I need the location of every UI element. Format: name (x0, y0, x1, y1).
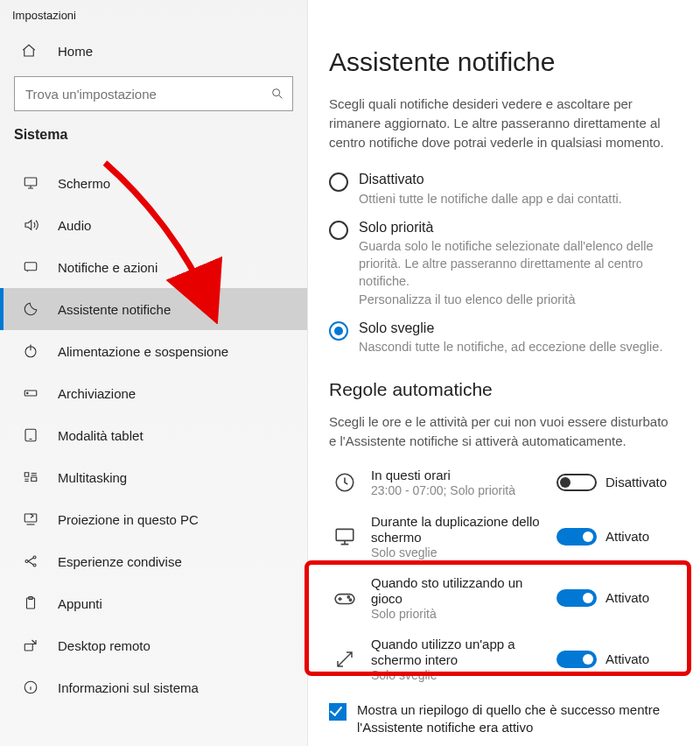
remote-desktop-icon (21, 637, 40, 653)
fullscreen-icon (329, 644, 360, 675)
sidebar-item-archiviazione[interactable]: Archiviazione (0, 372, 307, 414)
home-icon (21, 43, 40, 59)
radio-label: Solo priorità (359, 219, 676, 237)
toggle[interactable] (556, 474, 597, 491)
svg-point-9 (33, 556, 36, 559)
rules-heading: Regole automatiche (329, 379, 676, 400)
group-title: Sistema (0, 127, 307, 162)
window-title: Impostazioni (0, 9, 307, 29)
clock-icon (329, 467, 360, 498)
search-wrap (14, 76, 293, 111)
svg-rect-16 (336, 529, 354, 540)
sidebar-item-desktop-remoto[interactable]: Desktop remoto (0, 624, 307, 666)
power-icon (21, 343, 40, 359)
sidebar-item-proiezione[interactable]: Proiezione in questo PC (0, 498, 307, 540)
rules-list: In questi orari 23:00 - 07:00; Solo prio… (329, 467, 676, 682)
svg-point-10 (33, 564, 36, 567)
sidebar-item-esperienze[interactable]: Esperienze condivise (0, 540, 307, 582)
radio-label: Solo sveglie (359, 320, 676, 338)
sidebar-item-multitasking[interactable]: Multitasking (0, 456, 307, 498)
rules-intro: Scegli le ore e le attività per cui non … (329, 412, 676, 451)
sidebar-item-label: Proiezione in questo PC (58, 512, 199, 527)
radio-description: Guarda solo le notifiche selezionate dal… (359, 238, 676, 290)
gamepad-icon (329, 582, 360, 614)
customize-priority-link[interactable]: Personalizza il tuo elenco delle priorit… (359, 292, 676, 309)
main-pane: Assistente notifiche Scegli quali notifi… (308, 0, 700, 746)
radio-disattivato[interactable]: Disattivato Ottieni tutte le notifiche d… (329, 171, 676, 208)
radio-label: Disattivato (359, 171, 676, 189)
svg-point-19 (349, 599, 351, 601)
toggle-state: Attivato (606, 651, 676, 666)
nav-list: Schermo Audio Notifiche e azioni Assiste… (0, 162, 307, 708)
shared-experiences-icon (21, 553, 40, 569)
sidebar-item-label: Multitasking (58, 470, 127, 485)
tablet-icon (21, 427, 40, 443)
intro-text: Scegli quali notifiche desideri vedere e… (329, 95, 676, 151)
sidebar-item-label: Desktop remoto (58, 638, 150, 653)
home-button[interactable]: Home (0, 29, 307, 73)
rule-during-hours[interactable]: In questi orari 23:00 - 07:00; Solo prio… (329, 467, 676, 498)
sidebar-item-notifiche[interactable]: Notifiche e azioni (0, 246, 307, 288)
clipboard-icon (21, 595, 40, 611)
toggle-state: Disattivato (606, 475, 676, 489)
toggle-state: Attivato (606, 590, 676, 605)
radio-bullet (329, 321, 348, 341)
sidebar-item-label: Archiviazione (58, 386, 136, 401)
radio-solo-sveglie[interactable]: Solo sveglie Nascondi tutte le notifiche… (329, 320, 676, 356)
radio-bullet (329, 221, 348, 240)
search-input[interactable] (14, 76, 293, 111)
sidebar-item-label: Notifiche e azioni (58, 260, 158, 275)
display-icon (21, 175, 40, 191)
radio-bullet (329, 172, 348, 192)
sidebar-item-label: Modalità tablet (58, 428, 144, 443)
sidebar-item-schermo[interactable]: Schermo (0, 162, 307, 204)
sidebar-item-label: Esperienze condivise (58, 554, 182, 569)
toggle[interactable] (556, 651, 597, 668)
svg-rect-1 (24, 178, 37, 186)
radio-description: Ottieni tutte le notifiche dalle app e d… (359, 191, 676, 208)
page-title: Assistente notifiche (329, 47, 676, 77)
sidebar-item-assistente-notifiche[interactable]: Assistente notifiche (0, 288, 307, 330)
rule-subtitle: Solo priorità (371, 607, 551, 621)
toggle-state: Attivato (606, 529, 676, 544)
search-icon (270, 87, 284, 101)
sidebar-item-label: Schermo (58, 176, 110, 191)
rule-title: Quando sto utilizzando un gioco (371, 575, 551, 607)
sidebar-item-info[interactable]: Informazioni sul sistema (0, 666, 307, 708)
rule-playing-game[interactable]: Quando sto utilizzando un gioco Solo pri… (329, 575, 676, 621)
rule-fullscreen-app[interactable]: Quando utilizzo un'app a schermo intero … (329, 637, 676, 682)
rule-title: Quando utilizzo un'app a schermo intero (371, 637, 551, 668)
multitasking-icon (21, 469, 40, 485)
sidebar-item-appunti[interactable]: Appunti (0, 582, 307, 624)
rule-duplicating-display[interactable]: Durante la duplicazione dello schermo So… (329, 514, 676, 560)
sidebar-item-tablet[interactable]: Modalità tablet (0, 414, 307, 456)
rule-title: Durante la duplicazione dello schermo (371, 514, 551, 545)
focus-assist-icon (21, 301, 40, 317)
sidebar: Impostazioni Home Sistema Schermo Audio (0, 0, 308, 746)
notifications-icon (21, 259, 40, 275)
sidebar-item-label: Alimentazione e sospensione (58, 344, 228, 359)
sidebar-item-alimentazione[interactable]: Alimentazione e sospensione (0, 330, 307, 372)
mode-radio-group: Disattivato Ottieni tutte le notifiche d… (329, 171, 676, 356)
toggle[interactable] (556, 589, 597, 607)
sidebar-item-label: Audio (58, 218, 91, 233)
about-icon (21, 679, 40, 695)
svg-point-0 (273, 89, 280, 96)
summary-checkbox-row[interactable]: Mostra un riepilogo di quello che è succ… (329, 701, 676, 737)
rule-title: In questi orari (371, 468, 551, 483)
svg-point-5 (27, 392, 29, 394)
radio-solo-priorita[interactable]: Solo priorità Guarda solo le notifiche s… (329, 219, 676, 309)
sidebar-item-label: Assistente notifiche (58, 302, 171, 317)
radio-description: Nascondi tutte le notifiche, ad eccezion… (359, 339, 676, 356)
home-label: Home (58, 44, 93, 59)
sidebar-item-label: Informazioni sul sistema (58, 680, 199, 695)
sidebar-item-label: Appunti (58, 596, 102, 611)
projecting-icon (21, 511, 40, 527)
sidebar-item-audio[interactable]: Audio (0, 204, 307, 246)
rule-subtitle: Solo sveglie (371, 545, 551, 560)
toggle[interactable] (556, 528, 597, 545)
svg-point-8 (25, 560, 28, 563)
checkbox-label: Mostra un riepilogo di quello che è succ… (357, 701, 672, 737)
svg-rect-13 (24, 644, 32, 651)
sound-icon (21, 217, 40, 233)
